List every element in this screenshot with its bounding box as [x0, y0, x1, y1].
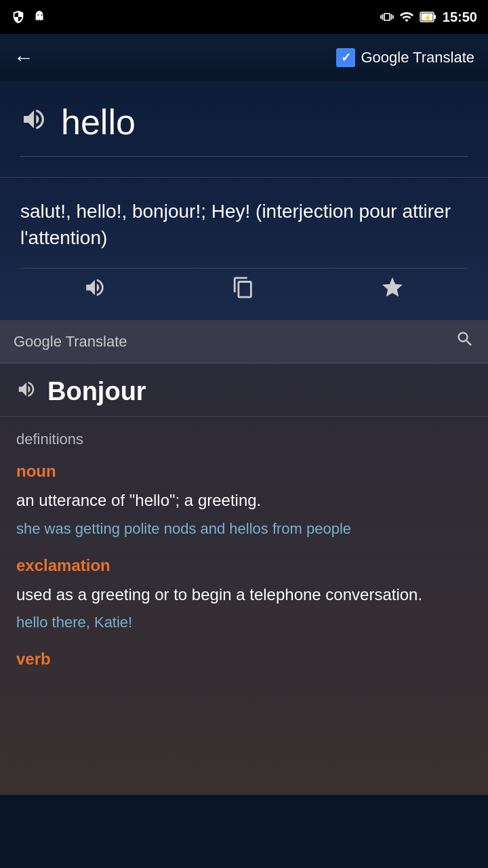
pos-exclamation: exclamation [16, 556, 472, 575]
vibrate-icon [380, 10, 394, 24]
definitions-section: definitions noun an utterance of "hello"… [0, 417, 488, 690]
exclamation-example: hello there, Katie! [16, 612, 472, 633]
bonjour-row: Bonjour [16, 377, 472, 406]
word-display: hello [61, 102, 136, 142]
noun-example: she was getting polite nods and hellos f… [16, 519, 472, 540]
bonjour-section: Bonjour [0, 363, 488, 417]
noun-definition: an utterance of "hello"; a greeting. [16, 489, 472, 512]
translation-text: salut!, hello!, bonjour!; Hey! (interjec… [20, 198, 468, 251]
status-bar: ⚡ 15:50 [0, 0, 488, 34]
search-icon[interactable] [455, 330, 474, 353]
copy-button[interactable] [232, 276, 255, 299]
wifi-icon [399, 9, 414, 24]
search-bar: Google Translate [0, 320, 488, 363]
battery-icon: ⚡ [420, 9, 437, 24]
word-speaker-icon[interactable] [20, 106, 47, 139]
checkbox-icon [336, 48, 355, 67]
star-button[interactable] [380, 275, 405, 300]
top-bar: ← Google Translate [0, 34, 488, 81]
shield-icon [11, 9, 26, 24]
word-row: hello [20, 102, 468, 142]
status-bar-left-icons [11, 9, 47, 24]
definitions-label: definitions [16, 431, 472, 448]
search-label: Google Translate [14, 333, 455, 351]
bonjour-word: Bonjour [47, 377, 146, 406]
badge-label: Google Translate [361, 49, 474, 66]
word-divider [20, 156, 468, 157]
word-section: hello [0, 81, 488, 178]
status-bar-right-icons: ⚡ 15:50 [380, 9, 477, 25]
back-button[interactable]: ← [14, 46, 34, 69]
action-buttons [20, 268, 468, 310]
lower-panel: Google Translate Bonjour definitions nou… [0, 320, 488, 795]
bonjour-speaker-button[interactable] [16, 379, 37, 404]
exclamation-definition: used as a greeting or to begin a telepho… [16, 583, 472, 606]
ghost-icon [33, 9, 47, 24]
pos-noun: noun [16, 462, 472, 481]
google-translate-badge: Google Translate [336, 48, 474, 67]
translation-section: salut!, hello!, bonjour!; Hey! (interjec… [0, 178, 488, 320]
svg-rect-1 [434, 15, 436, 19]
pos-verb: verb [16, 650, 472, 669]
translation-speaker-button[interactable] [83, 276, 106, 299]
svg-text:⚡: ⚡ [423, 13, 432, 22]
status-time: 15:50 [443, 9, 477, 25]
